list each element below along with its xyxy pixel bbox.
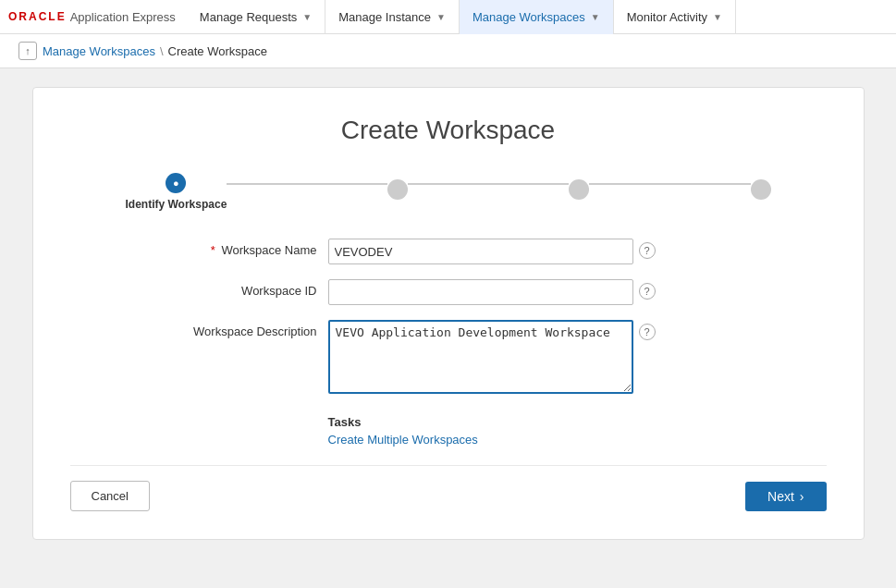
page-title: Create Workspace: [70, 116, 827, 145]
nav-monitor-activity[interactable]: Monitor Activity ▼: [614, 0, 736, 34]
step-line-3: [589, 183, 750, 185]
step-2-circle: [387, 179, 408, 200]
workspace-id-control: [328, 279, 633, 305]
workspace-desc-row: Workspace Description ?: [125, 320, 772, 397]
breadcrumb-current: Create Workspace: [168, 44, 267, 58]
breadcrumb: ↑ Manage Workspaces \ Create Workspace: [0, 34, 896, 68]
workspace-name-input[interactable]: [328, 239, 633, 264]
wizard-footer: Cancel Next ›: [70, 465, 827, 511]
step-4-circle: [751, 179, 771, 200]
step-1-label: Identify Workspace: [126, 198, 227, 211]
next-label: Next: [767, 489, 794, 504]
workspace-name-control: [328, 239, 633, 264]
top-nav: ORACLE Application Express Manage Reques…: [0, 0, 896, 34]
tasks-section: Tasks Create Multiple Workspaces: [125, 415, 772, 447]
step-3: [569, 179, 589, 204]
oracle-wordmark: ORACLE: [8, 10, 67, 23]
required-indicator: *: [211, 243, 215, 257]
up-icon[interactable]: ↑: [18, 42, 37, 60]
nav-manage-workspaces[interactable]: Manage Workspaces ▼: [460, 0, 614, 34]
step-line-2: [408, 183, 569, 185]
next-button[interactable]: Next ›: [745, 482, 826, 511]
workspace-name-label: * Workspace Name: [125, 239, 328, 257]
workspace-id-help-icon[interactable]: ?: [639, 283, 656, 300]
chevron-down-icon: ▼: [713, 12, 722, 22]
main-content: Create Workspace ● Identify Workspace: [0, 68, 896, 588]
form-section: * Workspace Name ? Workspace ID ?: [125, 239, 772, 397]
nav-manage-requests[interactable]: Manage Requests ▼: [187, 0, 325, 34]
app-express-text: Application Express: [70, 10, 176, 24]
workspace-desc-help-icon[interactable]: ?: [639, 324, 656, 340]
create-multiple-workspaces-link[interactable]: Create Multiple Workspaces: [328, 433, 478, 447]
steps-container: ● Identify Workspace: [70, 173, 827, 211]
workspace-id-input[interactable]: [328, 279, 633, 305]
wizard-card: Create Workspace ● Identify Workspace: [32, 87, 865, 540]
step-line-1: [227, 183, 387, 185]
chevron-down-icon: ▼: [436, 12, 446, 22]
workspace-name-help-icon[interactable]: ?: [639, 242, 656, 259]
cancel-button[interactable]: Cancel: [70, 481, 150, 511]
workspace-desc-textarea[interactable]: [328, 320, 633, 394]
workspace-name-row: * Workspace Name ?: [125, 239, 772, 264]
step-2: [387, 179, 408, 204]
step-3-circle: [569, 179, 589, 200]
workspace-id-row: Workspace ID ?: [125, 279, 772, 305]
step-1-circle: ●: [166, 173, 186, 193]
workspace-desc-label: Workspace Description: [125, 320, 328, 338]
workspace-id-label: Workspace ID: [125, 279, 328, 298]
chevron-right-icon: ›: [800, 489, 804, 504]
nav-manage-instance[interactable]: Manage Instance ▼: [325, 0, 460, 34]
breadcrumb-parent[interactable]: Manage Workspaces: [43, 44, 155, 58]
brand: ORACLE Application Express: [7, 10, 176, 24]
workspace-desc-control: [328, 320, 633, 397]
step-4: [751, 179, 771, 204]
chevron-down-icon: ▼: [591, 12, 600, 22]
breadcrumb-separator: \: [160, 44, 164, 58]
tasks-title: Tasks: [328, 415, 772, 429]
chevron-down-icon: ▼: [302, 12, 312, 22]
step-1: ● Identify Workspace: [126, 173, 227, 211]
